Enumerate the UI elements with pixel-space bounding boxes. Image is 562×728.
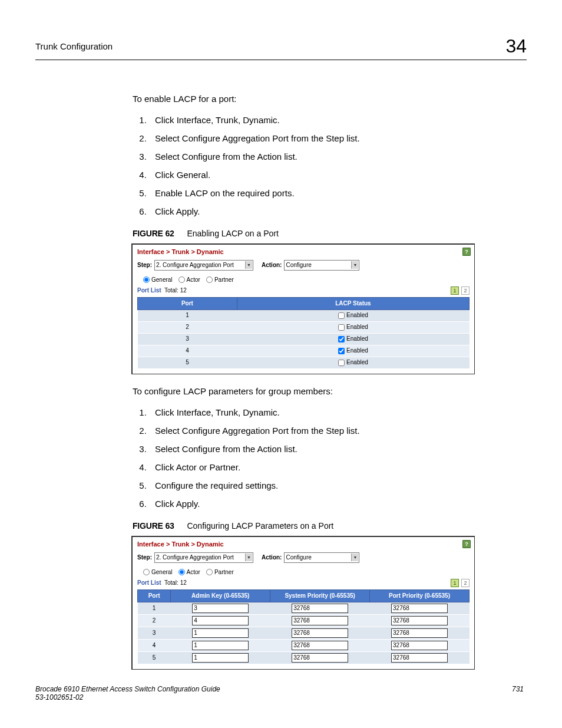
admin-key-input[interactable] xyxy=(192,616,249,625)
pager: 1 2 xyxy=(451,286,470,295)
admin-key-input[interactable] xyxy=(192,653,249,663)
figure-caption: Configuring LACP Parameters on a Port xyxy=(187,521,333,531)
port-cell: 4 xyxy=(138,639,171,651)
lacp-label: Enabled xyxy=(346,323,368,331)
col-port: Port xyxy=(138,589,171,602)
col-sys-priority: System Priority (0-65535) xyxy=(270,589,370,602)
pager-page-2[interactable]: 2 xyxy=(461,579,470,587)
step-item: Select Configure from the Action list. xyxy=(149,150,527,163)
port-priority-input[interactable] xyxy=(391,641,448,650)
sys-priority-input[interactable] xyxy=(292,653,348,663)
step-item: Click Actor or Partner. xyxy=(149,461,527,473)
port-cell: 3 xyxy=(138,333,237,345)
page-header-section: Trunk Configuration xyxy=(35,41,113,51)
step-item: Click Interface, Trunk, Dynamic. xyxy=(149,406,527,419)
table-row: 5Enabled xyxy=(138,357,470,368)
pager-page-1[interactable]: 1 xyxy=(451,579,459,587)
figure-caption: Enabling LACP on a Port xyxy=(187,229,278,238)
footer-page-number: 731 xyxy=(512,685,524,701)
step-select[interactable]: 2. Configure Aggregation Port xyxy=(154,552,253,563)
port-cell: 5 xyxy=(138,651,171,664)
intro-text-1: To enable LACP for a port: xyxy=(133,93,527,105)
port-cell: 2 xyxy=(138,614,171,627)
port-cell: 5 xyxy=(138,357,237,368)
radio-label: Partner xyxy=(214,276,234,284)
port-priority-input[interactable] xyxy=(391,653,448,663)
screenshot-config-lacp: Interface > Trunk > Dynamic ? Step: 2. C… xyxy=(131,536,475,670)
radio-partner[interactable]: Partner xyxy=(206,276,234,284)
port-cell: 1 xyxy=(138,602,171,614)
col-port-priority: Port Priority (0-65535) xyxy=(370,589,470,602)
steps-list-1: Click Interface, Trunk, Dynamic. Select … xyxy=(133,114,527,218)
table-row: 1 xyxy=(138,602,470,614)
help-icon[interactable]: ? xyxy=(462,248,471,256)
lacp-checkbox[interactable] xyxy=(338,312,345,319)
help-icon[interactable]: ? xyxy=(462,540,471,548)
pager-page-1[interactable]: 1 xyxy=(451,286,459,295)
breadcrumb: Interface > Trunk > Dynamic xyxy=(137,540,224,549)
port-priority-input[interactable] xyxy=(391,628,448,638)
radio-general[interactable]: General xyxy=(143,276,173,284)
table-row: 2Enabled xyxy=(138,321,470,333)
lacp-label: Enabled xyxy=(346,347,368,355)
figure-label: FIGURE 62 xyxy=(133,229,174,238)
col-lacp-status: LACP Status xyxy=(237,297,469,309)
lacp-checkbox[interactable] xyxy=(338,324,345,331)
pager-page-2[interactable]: 2 xyxy=(461,286,470,295)
radio-input[interactable] xyxy=(206,569,213,575)
sys-priority-input[interactable] xyxy=(292,641,348,650)
action-label: Action: xyxy=(262,261,282,269)
lacp-checkbox[interactable] xyxy=(338,348,345,354)
chapter-number: 34 xyxy=(505,35,527,57)
lacp-checkbox[interactable] xyxy=(338,336,345,342)
step-item: Configure the required settings. xyxy=(149,479,527,492)
footer-doc-title: Brocade 6910 Ethernet Access Switch Conf… xyxy=(35,685,220,693)
table-row: 3 xyxy=(138,627,470,639)
radio-label: General xyxy=(151,276,173,284)
admin-key-input[interactable] xyxy=(192,641,249,650)
radio-input[interactable] xyxy=(143,569,150,575)
portlist-label: Port List xyxy=(137,579,161,586)
radio-input[interactable] xyxy=(178,569,185,575)
port-table: Port LACP Status 1Enabled 2Enabled 3Enab… xyxy=(137,297,470,369)
step-select[interactable]: 2. Configure Aggregation Port xyxy=(154,260,253,271)
admin-key-input[interactable] xyxy=(192,628,249,638)
radio-actor[interactable]: Actor xyxy=(178,276,200,284)
breadcrumb: Interface > Trunk > Dynamic xyxy=(137,248,224,256)
step-label: Step: xyxy=(137,554,152,562)
portlist-total: Total: 12 xyxy=(164,579,187,586)
step-item: Click General. xyxy=(149,169,527,181)
action-select[interactable]: Configure xyxy=(284,552,359,563)
lacp-checkbox[interactable] xyxy=(338,360,345,366)
step-item: Select Configure Aggregation Port from t… xyxy=(149,424,527,437)
admin-key-input[interactable] xyxy=(192,604,249,613)
step-item: Select Configure Aggregation Port from t… xyxy=(149,132,527,144)
radio-partner[interactable]: Partner xyxy=(206,568,234,577)
port-priority-input[interactable] xyxy=(391,616,448,625)
sys-priority-input[interactable] xyxy=(292,616,348,625)
col-port: Port xyxy=(138,297,237,309)
col-admin-key: Admin Key (0-65535) xyxy=(171,589,270,602)
footer-part-number: 53-1002651-02 xyxy=(35,693,83,701)
radio-actor[interactable]: Actor xyxy=(178,568,200,577)
radio-general[interactable]: General xyxy=(143,568,173,577)
step-item: Select Configure from the Action list. xyxy=(149,443,527,455)
radio-label: General xyxy=(151,568,173,577)
radio-input[interactable] xyxy=(178,276,185,283)
sys-priority-input[interactable] xyxy=(292,604,348,613)
pager: 1 2 xyxy=(451,579,470,587)
radio-input[interactable] xyxy=(143,276,150,283)
table-row: 1Enabled xyxy=(138,309,470,321)
radio-input[interactable] xyxy=(206,276,213,283)
step-item: Click Interface, Trunk, Dynamic. xyxy=(149,114,527,126)
sys-priority-input[interactable] xyxy=(292,628,348,638)
figure-label: FIGURE 63 xyxy=(133,521,174,531)
port-priority-input[interactable] xyxy=(391,604,448,613)
action-select[interactable]: Configure xyxy=(284,260,359,271)
table-row: 5 xyxy=(138,651,470,664)
lacp-label: Enabled xyxy=(346,358,368,367)
port-cell: 3 xyxy=(138,627,171,639)
screenshot-enable-lacp: Interface > Trunk > Dynamic ? Step: 2. C… xyxy=(131,243,475,374)
portlist-label: Port List xyxy=(137,287,161,294)
step-label: Step: xyxy=(137,261,152,269)
